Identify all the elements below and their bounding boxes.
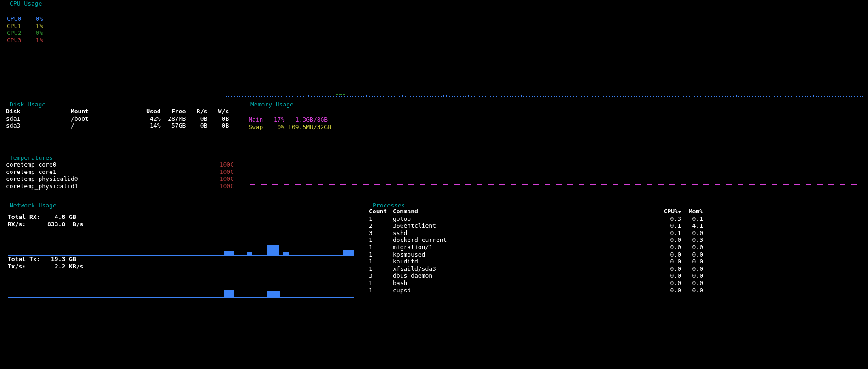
proc-count: 3 — [369, 272, 393, 280]
proc-panel-title: Processes — [371, 202, 407, 209]
temp-row: coretemp_core1100C — [6, 168, 234, 176]
proc-cpu: 0.3 — [655, 215, 681, 223]
net-rx-bar — [247, 252, 252, 255]
proc-mem: 0.0 — [681, 280, 703, 287]
proc-cpu: 0.1 — [655, 229, 681, 237]
cpu-panel-body: CPU0 0%CPU1 1%CPU2 0%CPU3 1% — [2, 4, 865, 99]
mem-main-row: Main 17% 1.3GB/8GB — [249, 116, 859, 123]
proc-mem: 0.0 — [681, 251, 703, 258]
proc-cpu: 0.0 — [655, 251, 681, 258]
proc-command: 360entclient — [393, 222, 655, 229]
disk-usage-panel: Disk Usage Disk Mount Used Free R/s W/s … — [2, 105, 238, 153]
process-row[interactable]: 1gotop0.30.1 — [369, 215, 703, 223]
temp-row: coretemp_physicalid0100C — [6, 175, 234, 183]
temp-name: coretemp_core0 — [6, 161, 57, 168]
proc-command: cupsd — [393, 287, 655, 294]
proc-count: 1 — [369, 251, 393, 258]
processes-panel: Processes Count Command CPU%▼ Mem% 1goto… — [365, 206, 707, 299]
process-row[interactable]: 1cupsd0.00.0 — [369, 287, 703, 294]
cpu-panel-title: CPU Usage — [8, 0, 44, 7]
proc-mem: 0.3 — [681, 236, 703, 244]
proc-cpu: 0.0 — [655, 258, 681, 265]
proc-cpu: 0.0 — [655, 244, 681, 251]
proc-header-command[interactable]: Command — [393, 208, 655, 215]
net-rx-total: Total RX: 4.8 GB — [8, 213, 354, 221]
proc-command: dockerd-current — [393, 236, 655, 244]
net-rx-bar — [283, 252, 289, 255]
cpu-core-row: CPU3 1% — [7, 37, 860, 44]
proc-mem: 0.0 — [681, 229, 703, 237]
process-row[interactable]: 1kpsmoused0.00.0 — [369, 251, 703, 258]
disk-panel-title: Disk Usage — [8, 101, 47, 108]
net-rx-bar — [267, 245, 279, 255]
net-rx-bar — [224, 251, 234, 255]
proc-command: xfsaild/sda3 — [393, 265, 655, 273]
proc-command: dbus-daemon — [393, 272, 655, 280]
proc-count: 2 — [369, 222, 393, 229]
process-row[interactable]: 1xfsaild/sda30.00.0 — [369, 265, 703, 273]
temp-value: 100C — [220, 175, 234, 183]
temp-name: coretemp_physicalid1 — [6, 183, 78, 190]
proc-mem: 0.0 — [681, 287, 703, 294]
proc-count: 1 — [369, 236, 393, 244]
proc-command: migration/1 — [393, 244, 655, 251]
temp-row: coretemp_core0100C — [6, 161, 234, 168]
net-tx-bar — [267, 291, 280, 297]
process-row[interactable]: 1kauditd0.00.0 — [369, 258, 703, 265]
cpu-core-row: CPU2 0% — [7, 29, 860, 37]
temp-row: coretemp_physicalid1100C — [6, 183, 234, 190]
net-tx-block: Total Tx: 19.3 GB Tx/s: 2.2 KB/s — [8, 256, 354, 298]
process-row[interactable]: 2360entclient0.14.1 — [369, 222, 703, 229]
proc-command: gotop — [393, 215, 655, 223]
proc-mem: 0.1 — [681, 215, 703, 223]
process-row[interactable]: 1dockerd-current0.00.3 — [369, 236, 703, 244]
proc-table-header[interactable]: Count Command CPU%▼ Mem% — [369, 208, 703, 215]
proc-header-mem[interactable]: Mem% — [681, 208, 703, 215]
cpu-usage-panel: CPU Usage CPU0 0%CPU1 1%CPU2 0%CPU3 1% — [2, 4, 865, 99]
process-row[interactable]: 1bash0.00.0 — [369, 280, 703, 287]
proc-cpu: 0.0 — [655, 272, 681, 280]
temp-value: 100C — [220, 183, 234, 190]
net-rx-rate: RX/s: 833.0 B/s — [8, 221, 354, 228]
proc-mem: 0.0 — [681, 258, 703, 265]
net-tx-rate: Tx/s: 2.2 KB/s — [8, 263, 354, 270]
process-row[interactable]: 3dbus-daemon0.00.0 — [369, 272, 703, 280]
temp-value: 100C — [220, 168, 234, 176]
proc-cpu: 0.0 — [655, 280, 681, 287]
temp-name: coretemp_physicalid0 — [6, 175, 78, 183]
proc-count: 1 — [369, 280, 393, 287]
proc-command: bash — [393, 280, 655, 287]
proc-command: kpsmoused — [393, 251, 655, 258]
process-row[interactable]: 1migration/10.00.0 — [369, 244, 703, 251]
proc-mem: 0.0 — [681, 265, 703, 273]
proc-count: 1 — [369, 244, 393, 251]
mem-swap-line — [246, 195, 862, 195]
disk-table-header: Disk Mount Used Free R/s W/s — [6, 108, 234, 115]
disk-panel-body: Disk Mount Used Free R/s W/s sda1 /boot … — [2, 105, 238, 153]
proc-cpu: 0.1 — [655, 222, 681, 229]
proc-header-cpu[interactable]: CPU%▼ — [655, 208, 681, 215]
proc-panel-body: Count Command CPU%▼ Mem% 1gotop0.30.1236… — [365, 206, 707, 299]
process-row[interactable]: 3sshd0.10.0 — [369, 229, 703, 237]
temperatures-panel: Temperatures coretemp_core0100Ccoretemp_… — [2, 158, 238, 200]
net-rx-block: Total RX: 4.8 GB RX/s: 833.0 B/s — [8, 213, 354, 256]
proc-mem: 4.1 — [681, 222, 703, 229]
proc-command: sshd — [393, 229, 655, 237]
proc-mem: 0.0 — [681, 244, 703, 251]
proc-cpu: 0.0 — [655, 236, 681, 244]
disk-row: sda3 / 14% 57GB 0B 0B — [6, 122, 234, 129]
proc-count: 1 — [369, 215, 393, 223]
mem-sparkline — [246, 181, 862, 198]
net-tx-baseline — [8, 297, 354, 298]
memory-usage-panel: Memory Usage Main 17% 1.3GB/8GB Swap 0% … — [243, 105, 865, 200]
mem-panel-title: Memory Usage — [249, 101, 295, 108]
net-panel-body: Total RX: 4.8 GB RX/s: 833.0 B/s Total T… — [2, 206, 360, 299]
cpu-core-row: CPU0 0% — [7, 15, 860, 22]
disk-row: sda1 /boot 42% 287MB 0B 0B — [6, 115, 234, 123]
proc-count: 1 — [369, 287, 393, 294]
proc-header-cpu-label: CPU% — [664, 208, 678, 215]
net-rx-bar — [343, 250, 354, 255]
net-tx-total: Total Tx: 19.3 GB — [8, 256, 354, 263]
temp-panel-body: coretemp_core0100Ccoretemp_core1100Ccore… — [2, 158, 238, 200]
proc-count: 1 — [369, 258, 393, 265]
